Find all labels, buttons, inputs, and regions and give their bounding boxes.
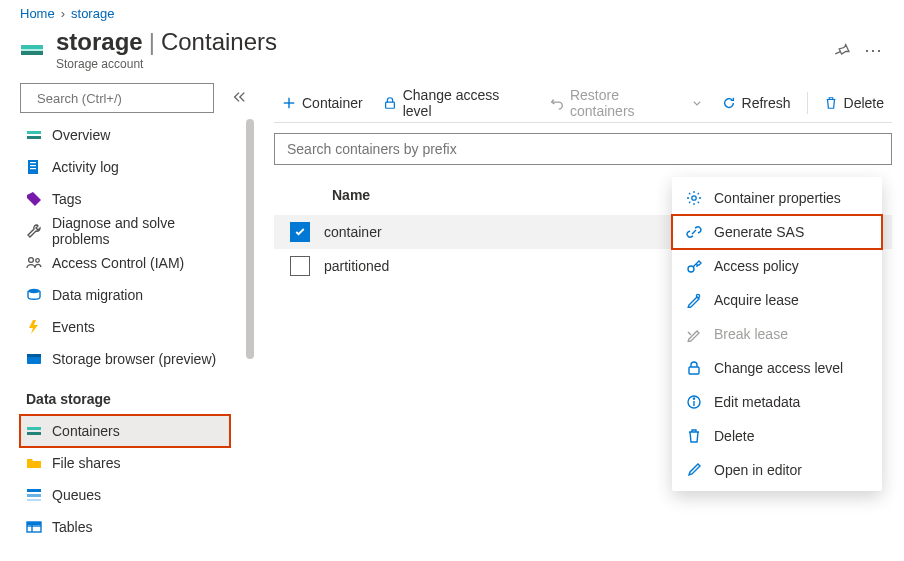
sidebar-item-overview[interactable]: Overview: [20, 119, 230, 151]
sidebar-search-input[interactable]: [35, 90, 207, 107]
log-icon: [26, 159, 42, 175]
chevron-down-icon: [692, 98, 702, 108]
menu-edit-metadata[interactable]: Edit metadata: [672, 385, 882, 419]
lock-icon: [383, 96, 397, 110]
svg-rect-31: [689, 367, 699, 374]
svg-rect-19: [27, 494, 41, 497]
tag-icon: [26, 191, 42, 207]
svg-point-13: [28, 289, 40, 293]
sidebar-item-access-control[interactable]: Access Control (IAM): [20, 247, 230, 279]
link-icon: [686, 224, 702, 240]
sidebar-search[interactable]: [20, 83, 214, 113]
svg-rect-5: [27, 131, 41, 134]
sidebar-item-tags[interactable]: Tags: [20, 183, 230, 215]
svg-rect-1: [21, 51, 43, 55]
refresh-button[interactable]: Refresh: [714, 87, 799, 119]
undo-icon: [550, 96, 564, 110]
storage-icon: [26, 127, 42, 143]
svg-rect-24: [27, 522, 41, 525]
page-title: storage|Containers: [56, 29, 277, 55]
breadcrumb-current[interactable]: storage: [71, 6, 114, 21]
browser-icon: [26, 351, 42, 367]
command-bar: Container Change access level Restore co…: [274, 83, 892, 123]
svg-rect-2: [21, 49, 43, 51]
trash-icon: [686, 428, 702, 444]
sidebar-item-diagnose[interactable]: Diagnose and solve problems: [20, 215, 230, 247]
svg-point-30: [696, 295, 699, 298]
svg-rect-18: [27, 489, 41, 492]
break-lease-icon: [686, 326, 702, 342]
edit-icon: [686, 462, 702, 478]
main-panel: Container Change access level Restore co…: [252, 83, 904, 283]
sidebar-item-file-shares[interactable]: File shares: [20, 447, 230, 479]
sidebar-item-tables[interactable]: Tables: [20, 511, 230, 543]
svg-rect-9: [30, 165, 36, 166]
row-name: partitioned: [324, 258, 389, 274]
svg-rect-8: [30, 162, 36, 163]
sidebar-heading-data-storage: Data storage: [20, 375, 252, 415]
queue-icon: [26, 487, 42, 503]
info-icon: [686, 394, 702, 410]
context-menu: Container properties Generate SAS Access…: [672, 177, 882, 491]
events-icon: [26, 319, 42, 335]
svg-rect-16: [27, 427, 41, 430]
migration-icon: [26, 287, 42, 303]
row-name: container: [324, 224, 382, 240]
svg-point-28: [692, 196, 696, 200]
menu-container-properties[interactable]: Container properties: [672, 181, 882, 215]
menu-access-policy[interactable]: Access policy: [672, 249, 882, 283]
lease-icon: [686, 292, 702, 308]
svg-rect-17: [27, 432, 41, 435]
breadcrumb-home[interactable]: Home: [20, 6, 55, 21]
svg-rect-20: [27, 499, 41, 501]
more-icon[interactable]: ⋯: [864, 39, 884, 61]
restore-containers-button[interactable]: Restore containers: [542, 87, 710, 119]
row-checkbox[interactable]: [290, 222, 310, 242]
menu-break-lease: Break lease: [672, 317, 882, 351]
row-checkbox[interactable]: [290, 256, 310, 276]
sidebar-item-activity-log[interactable]: Activity log: [20, 151, 230, 183]
pin-icon[interactable]: [834, 42, 850, 58]
lock-icon: [686, 360, 702, 376]
add-container-button[interactable]: Container: [274, 87, 371, 119]
wrench-icon: [26, 223, 42, 239]
svg-point-12: [36, 259, 40, 263]
key-icon: [686, 258, 702, 274]
svg-rect-27: [385, 102, 394, 108]
sidebar: Overview Activity log Tags Diagnose and …: [0, 83, 252, 553]
plus-icon: [282, 96, 296, 110]
chevron-right-icon: ›: [61, 6, 65, 21]
filter-input[interactable]: [285, 140, 881, 158]
menu-delete[interactable]: Delete: [672, 419, 882, 453]
filter-box[interactable]: [274, 133, 892, 165]
menu-acquire-lease[interactable]: Acquire lease: [672, 283, 882, 317]
svg-rect-6: [27, 136, 41, 139]
gear-icon: [686, 190, 702, 206]
sidebar-item-queues[interactable]: Queues: [20, 479, 230, 511]
command-separator: [807, 92, 808, 114]
menu-generate-sas[interactable]: Generate SAS: [672, 215, 882, 249]
menu-change-access-level[interactable]: Change access level: [672, 351, 882, 385]
svg-point-34: [693, 398, 694, 399]
change-access-level-button[interactable]: Change access level: [375, 87, 538, 119]
sidebar-item-containers[interactable]: Containers: [20, 415, 230, 447]
collapse-sidebar-icon[interactable]: [232, 90, 246, 104]
sidebar-item-events[interactable]: Events: [20, 311, 230, 343]
delete-button[interactable]: Delete: [816, 87, 892, 119]
svg-rect-0: [21, 45, 43, 49]
sidebar-item-storage-browser[interactable]: Storage browser (preview): [20, 343, 230, 375]
page-subtitle: Storage account: [56, 57, 277, 71]
svg-point-11: [29, 258, 34, 263]
table-icon: [26, 519, 42, 535]
container-icon: [26, 423, 42, 439]
menu-open-in-editor[interactable]: Open in editor: [672, 453, 882, 487]
breadcrumb: Home › storage: [0, 0, 904, 29]
column-name[interactable]: Name: [332, 187, 370, 203]
svg-rect-15: [27, 354, 41, 357]
trash-icon: [824, 96, 838, 110]
svg-rect-10: [30, 168, 36, 169]
storage-account-icon: [20, 39, 44, 63]
sidebar-item-data-migration[interactable]: Data migration: [20, 279, 230, 311]
people-icon: [26, 255, 42, 271]
page-header: storage|Containers Storage account ⋯: [0, 29, 904, 83]
